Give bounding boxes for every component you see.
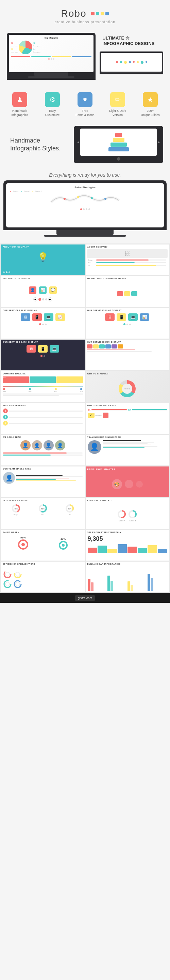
slide-what-process: What is Our Process? 01 02 ✓ ABCDEFG [86, 403, 169, 434]
percent-2: 47% [60, 538, 66, 541]
slide-about-company2: About Company 🖼 Design Dev UI [86, 245, 169, 275]
slide-title-team: We are a Team [1, 435, 85, 439]
person-2: 👤 [32, 440, 42, 450]
main-monitor-wrapper: Step Infographic 01 Lorem ipsum 03 Lorem… [7, 33, 96, 80]
slide-title-eff2: Efficiency Analyze [86, 498, 169, 502]
numbered-list: 1 2 3 [1, 407, 85, 427]
services-icons-1: 🖥 📱 💻 📈 [1, 312, 85, 322]
slide-eff-spread: Efficiency Spread Facts [1, 562, 85, 592]
laptop-screen [101, 53, 162, 72]
hero-section: Step Infographic 01 Lorem ipsum 03 Lorem… [0, 29, 170, 87]
person-3: 👤 [44, 440, 54, 450]
feature-label-customize: EasyCustomize [45, 109, 60, 117]
laptop-mock [100, 51, 163, 74]
slide-title-eff-pink: EFFICIENCY ANALYZE [86, 466, 169, 471]
slide-title-process-spreads: Process Spreads [1, 403, 85, 407]
slide-title-sales: Sales Graph [1, 530, 85, 534]
gauge-2: 83% [38, 504, 47, 513]
slide-title-eff-spread: Efficiency Spread Facts [1, 562, 85, 566]
feature-label-lightdark: Light & DarkVersion [109, 109, 126, 117]
screen-step-title: Step Infographic [11, 37, 91, 39]
svg-point-24 [16, 582, 20, 586]
about-progress: Design Dev UI [87, 258, 168, 267]
feature-fonts: ♥ FreeFonts & Icons [69, 92, 101, 117]
slide-title-services2: Our Services Flat Display [86, 308, 169, 312]
monitor-stand [34, 72, 68, 76]
watermark-bar: gfxtra.com [0, 593, 170, 603]
feature-customize: ⚙ EasyCustomize [36, 92, 69, 117]
feature-icon-fonts: ♥ [77, 92, 93, 107]
handmade-icon: ♟ [17, 95, 23, 103]
slide-process-spreads: Process Spreads 1 2 3 [1, 403, 85, 434]
feature-slides: ★ 700+Unique Slides [134, 92, 167, 117]
sales-screen: Sales Strategies ■Strategy 1 ■Strategy 2… [6, 183, 164, 228]
map-dots [116, 61, 147, 64]
gauge-1: 70% [11, 504, 21, 513]
ultimate-title: ULTIMATE ☆ INFOGRAPHIC DESIGNS [102, 35, 161, 46]
pie-chart [19, 41, 32, 54]
slide-title-about: ABOUT OUR COMPANY [1, 245, 85, 248]
slide-title-why: WHY TO CHOOSE? [86, 371, 169, 375]
slide-dynamic-bar: Dynamic Bar Infographic [86, 562, 169, 592]
services-dark-icons: 🖥 📱 💻 [1, 344, 85, 354]
slide-services-dark: Our Services Dark Display 🖥 📱 💻 [1, 340, 85, 370]
feature-label-handmade: HandmadeInfographics [11, 109, 28, 117]
ultimate-line1: ULTIMATE ☆ [102, 35, 129, 41]
slide-customers: Making Our Customers Happy [86, 276, 169, 307]
slide-team: We are a Team 👤 👤 👤 👤 [1, 435, 85, 465]
sales-monitor-section: Sales Strategies ■Strategy 1 ■Strategy 2… [0, 180, 170, 243]
feature-icon-customize: ⚙ [45, 92, 60, 107]
percent-1: 53% [20, 536, 26, 539]
slide-services-flat2: Our Services Flat Display 🖥 📱 💻 📊 [86, 308, 169, 339]
tablet-mock: ◀ ▶ [74, 126, 163, 163]
slide-services-flat1: Our Services Flat Display 🖥 📱 💻 📈 [1, 308, 85, 339]
team-photos: 👤 👤 👤 👤 [1, 439, 85, 452]
slide-title-what-process: What is Our Process? [86, 403, 169, 407]
gauge-row: 70% Design 83% Dev 60% UX [1, 502, 85, 517]
feature-icon-handmade: ♟ [12, 92, 27, 107]
dot-2 [96, 12, 99, 15]
donut-eff1 [117, 509, 126, 519]
slide-title-eff-gauges: Efficiency Analyze [1, 498, 85, 502]
big-monitor-base [44, 235, 126, 237]
slide-title-services1: Our Services Flat Display [1, 308, 85, 312]
sales-title: Sales Strategies [9, 186, 161, 189]
team-member-photo: 👤 [88, 440, 101, 454]
wave-chart [9, 192, 161, 205]
slide-services-mini: Our Services Mini Display [86, 340, 169, 370]
person-1: 👤 [20, 440, 31, 450]
svg-point-20 [5, 582, 9, 586]
slide-sales-quarterly: Sales Quarterly Monthly 9,305 [86, 530, 169, 561]
monitor-screen: Step Infographic 01 Lorem ipsum 03 Lorem… [9, 35, 93, 72]
slide-about-company: ABOUT OUR COMPANY 💡 [1, 245, 85, 275]
focus-icons: 👤 📊 💬 [28, 285, 58, 295]
slide-arrows-3[interactable] [86, 322, 169, 326]
slide-title-about2: About Company [86, 245, 169, 248]
pencil-icon: ✏ [115, 95, 121, 103]
svg-text:60%: 60% [68, 508, 72, 510]
ultimate-box: ULTIMATE ☆ INFOGRAPHIC DESIGNS [100, 33, 163, 49]
header-section: Robo creative business presentation [0, 0, 170, 29]
big-monitor-stand [57, 230, 113, 235]
svg-text:70%: 70% [14, 508, 18, 510]
slide-arrows[interactable]: ◀ ▶ [32, 296, 54, 302]
main-monitor: Step Infographic 01 Lorem ipsum 03 Lorem… [7, 33, 96, 80]
spinner-1 [3, 570, 12, 579]
timeline-items: 2010 2012 2014 2016 [3, 388, 83, 393]
slide-title-timeline: Company Timeline [1, 371, 85, 375]
bar-chart-quarterly [88, 544, 167, 553]
ultimate-line2: INFOGRAPHIC DESIGNS [102, 41, 154, 46]
slide-title-focus: The Focus on Patton [1, 276, 85, 280]
hero-right-panel: ULTIMATE ☆ INFOGRAPHIC DESIGNS [100, 33, 163, 74]
slides-grid: ABOUT OUR COMPANY 💡 About Company 🖼 Desi… [0, 243, 170, 593]
gauge-3: 60% [65, 504, 74, 513]
tablet-home-button [117, 157, 120, 161]
slide-arrows-2[interactable] [1, 322, 85, 326]
slide-arrows-4[interactable] [1, 354, 85, 358]
spinner-3 [13, 570, 22, 579]
slide-team-member: Team Member Single Page 👤 [86, 435, 169, 465]
slide-focus: The Focus on Patton 👤 📊 💬 ◀ ▶ [1, 276, 85, 307]
gfxtra-badge: gfxtra.com [75, 595, 95, 601]
svg-point-22 [16, 572, 20, 576]
feature-icon-lightdark: ✏ [110, 92, 125, 107]
